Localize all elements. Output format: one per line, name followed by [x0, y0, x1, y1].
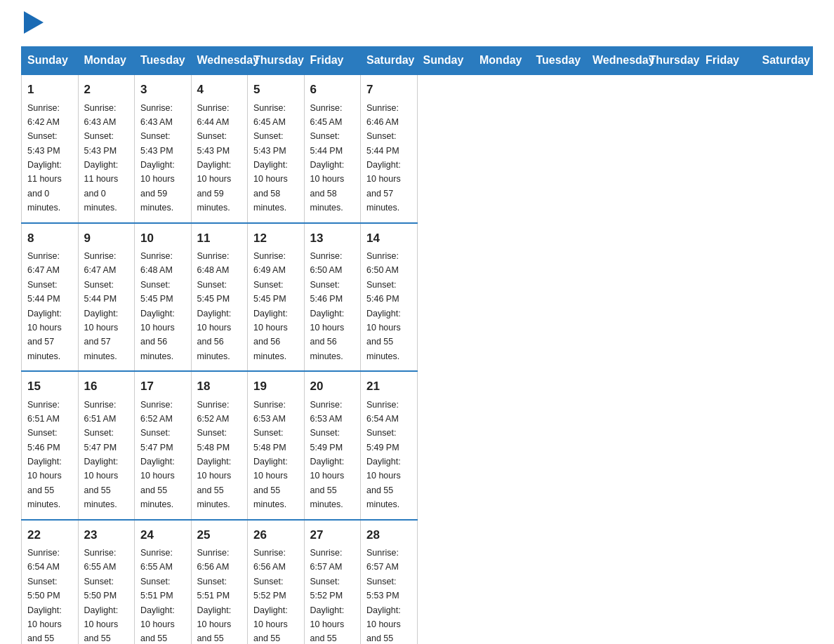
day-number: 11 — [197, 229, 242, 248]
logo-arrow-icon — [24, 11, 44, 34]
calendar-cell: 22Sunrise: 6:54 AMSunset: 5:50 PMDayligh… — [22, 520, 79, 645]
day-number: 9 — [84, 229, 129, 248]
header-thursday: Thursday — [643, 47, 700, 75]
header-wednesday: Wednesday — [191, 47, 248, 75]
day-number: 2 — [84, 81, 129, 99]
calendar-cell: 5Sunrise: 6:45 AMSunset: 5:43 PMDaylight… — [248, 74, 305, 223]
calendar-cell: 13Sunrise: 6:50 AMSunset: 5:46 PMDayligh… — [304, 223, 361, 372]
day-number: 8 — [27, 229, 72, 248]
header-saturday: Saturday — [361, 47, 418, 75]
day-info: Sunrise: 6:54 AMSunset: 5:50 PMDaylight:… — [27, 548, 62, 644]
calendar-week-row: 22Sunrise: 6:54 AMSunset: 5:50 PMDayligh… — [22, 520, 813, 645]
day-number: 25 — [197, 526, 242, 544]
calendar-cell: 8Sunrise: 6:47 AMSunset: 5:44 PMDaylight… — [22, 223, 79, 372]
header-friday: Friday — [700, 47, 757, 75]
header-wednesday: Wednesday — [587, 47, 644, 75]
day-info: Sunrise: 6:57 AMSunset: 5:53 PMDaylight:… — [366, 548, 401, 644]
calendar-cell: 11Sunrise: 6:48 AMSunset: 5:45 PMDayligh… — [191, 223, 248, 372]
calendar-cell: 20Sunrise: 6:53 AMSunset: 5:49 PMDayligh… — [304, 371, 361, 520]
calendar-cell: 24Sunrise: 6:55 AMSunset: 5:51 PMDayligh… — [135, 520, 192, 645]
header-sunday: Sunday — [22, 47, 79, 75]
calendar-cell: 18Sunrise: 6:52 AMSunset: 5:48 PMDayligh… — [191, 371, 248, 520]
day-number: 10 — [140, 229, 185, 248]
day-number: 14 — [366, 229, 411, 248]
day-number: 7 — [366, 81, 411, 99]
day-number: 1 — [27, 81, 72, 99]
day-info: Sunrise: 6:55 AMSunset: 5:50 PMDaylight:… — [84, 548, 119, 644]
header-saturday: Saturday — [756, 47, 813, 75]
day-info: Sunrise: 6:52 AMSunset: 5:48 PMDaylight:… — [197, 400, 232, 510]
day-info: Sunrise: 6:45 AMSunset: 5:44 PMDaylight:… — [310, 103, 345, 213]
day-number: 15 — [27, 377, 72, 396]
day-info: Sunrise: 6:56 AMSunset: 5:52 PMDaylight:… — [253, 548, 288, 644]
header-thursday: Thursday — [248, 47, 305, 75]
day-info: Sunrise: 6:52 AMSunset: 5:47 PMDaylight:… — [140, 400, 175, 510]
day-info: Sunrise: 6:49 AMSunset: 5:45 PMDaylight:… — [253, 251, 288, 361]
calendar-cell: 19Sunrise: 6:53 AMSunset: 5:48 PMDayligh… — [248, 371, 305, 520]
calendar-week-row: 8Sunrise: 6:47 AMSunset: 5:44 PMDaylight… — [22, 223, 813, 372]
day-number: 28 — [366, 526, 411, 544]
header-friday: Friday — [304, 47, 361, 75]
day-number: 23 — [84, 526, 129, 544]
calendar-cell: 14Sunrise: 6:50 AMSunset: 5:46 PMDayligh… — [361, 223, 418, 372]
calendar-cell: 26Sunrise: 6:56 AMSunset: 5:52 PMDayligh… — [248, 520, 305, 645]
day-info: Sunrise: 6:53 AMSunset: 5:48 PMDaylight:… — [253, 400, 288, 510]
day-info: Sunrise: 6:50 AMSunset: 5:46 PMDaylight:… — [366, 251, 401, 361]
day-info: Sunrise: 6:42 AMSunset: 5:43 PMDaylight:… — [27, 103, 62, 213]
calendar-header-row: SundayMondayTuesdayWednesdayThursdayFrid… — [22, 47, 813, 75]
day-info: Sunrise: 6:51 AMSunset: 5:46 PMDaylight:… — [27, 400, 62, 510]
day-number: 6 — [310, 81, 355, 99]
day-info: Sunrise: 6:54 AMSunset: 5:49 PMDaylight:… — [366, 400, 401, 510]
header-sunday: Sunday — [417, 47, 474, 75]
calendar-cell: 1Sunrise: 6:42 AMSunset: 5:43 PMDaylight… — [22, 74, 79, 223]
page-header — [21, 14, 813, 34]
header-tuesday: Tuesday — [530, 47, 587, 75]
header-monday: Monday — [474, 47, 531, 75]
calendar-cell: 3Sunrise: 6:43 AMSunset: 5:43 PMDaylight… — [135, 74, 192, 223]
calendar-cell: 17Sunrise: 6:52 AMSunset: 5:47 PMDayligh… — [135, 371, 192, 520]
day-info: Sunrise: 6:44 AMSunset: 5:43 PMDaylight:… — [197, 103, 232, 213]
calendar-cell: 28Sunrise: 6:57 AMSunset: 5:53 PMDayligh… — [361, 520, 418, 645]
header-monday: Monday — [78, 47, 135, 75]
calendar-cell: 12Sunrise: 6:49 AMSunset: 5:45 PMDayligh… — [248, 223, 305, 372]
calendar-cell: 9Sunrise: 6:47 AMSunset: 5:44 PMDaylight… — [78, 223, 135, 372]
calendar-cell: 2Sunrise: 6:43 AMSunset: 5:43 PMDaylight… — [78, 74, 135, 223]
day-info: Sunrise: 6:50 AMSunset: 5:46 PMDaylight:… — [310, 251, 345, 361]
calendar-cell: 4Sunrise: 6:44 AMSunset: 5:43 PMDaylight… — [191, 74, 248, 223]
day-info: Sunrise: 6:55 AMSunset: 5:51 PMDaylight:… — [140, 548, 175, 644]
day-info: Sunrise: 6:46 AMSunset: 5:44 PMDaylight:… — [366, 103, 401, 213]
calendar-cell: 27Sunrise: 6:57 AMSunset: 5:52 PMDayligh… — [304, 520, 361, 645]
day-info: Sunrise: 6:57 AMSunset: 5:52 PMDaylight:… — [310, 548, 345, 644]
calendar-table: SundayMondayTuesdayWednesdayThursdayFrid… — [21, 46, 813, 644]
day-number: 16 — [84, 377, 129, 396]
day-info: Sunrise: 6:48 AMSunset: 5:45 PMDaylight:… — [140, 251, 175, 361]
calendar-cell: 10Sunrise: 6:48 AMSunset: 5:45 PMDayligh… — [135, 223, 192, 372]
logo — [21, 14, 44, 34]
day-number: 5 — [253, 81, 298, 99]
day-number: 22 — [27, 526, 72, 544]
calendar-cell: 23Sunrise: 6:55 AMSunset: 5:50 PMDayligh… — [78, 520, 135, 645]
day-number: 18 — [197, 377, 242, 396]
day-number: 24 — [140, 526, 185, 544]
svg-marker-0 — [24, 11, 44, 34]
day-info: Sunrise: 6:45 AMSunset: 5:43 PMDaylight:… — [253, 103, 288, 213]
day-info: Sunrise: 6:47 AMSunset: 5:44 PMDaylight:… — [84, 251, 119, 361]
calendar-cell: 15Sunrise: 6:51 AMSunset: 5:46 PMDayligh… — [22, 371, 79, 520]
day-number: 26 — [253, 526, 298, 544]
calendar-cell: 16Sunrise: 6:51 AMSunset: 5:47 PMDayligh… — [78, 371, 135, 520]
day-number: 13 — [310, 229, 355, 248]
day-number: 20 — [310, 377, 355, 396]
day-info: Sunrise: 6:47 AMSunset: 5:44 PMDaylight:… — [27, 251, 62, 361]
day-number: 19 — [253, 377, 298, 396]
calendar-week-row: 1Sunrise: 6:42 AMSunset: 5:43 PMDaylight… — [22, 74, 813, 223]
day-number: 21 — [366, 377, 411, 396]
calendar-cell: 21Sunrise: 6:54 AMSunset: 5:49 PMDayligh… — [361, 371, 418, 520]
day-info: Sunrise: 6:48 AMSunset: 5:45 PMDaylight:… — [197, 251, 232, 361]
calendar-cell: 6Sunrise: 6:45 AMSunset: 5:44 PMDaylight… — [304, 74, 361, 223]
day-number: 17 — [140, 377, 185, 396]
day-number: 12 — [253, 229, 298, 248]
calendar-week-row: 15Sunrise: 6:51 AMSunset: 5:46 PMDayligh… — [22, 371, 813, 520]
day-number: 3 — [140, 81, 185, 99]
day-info: Sunrise: 6:43 AMSunset: 5:43 PMDaylight:… — [140, 103, 175, 213]
calendar-cell: 7Sunrise: 6:46 AMSunset: 5:44 PMDaylight… — [361, 74, 418, 223]
